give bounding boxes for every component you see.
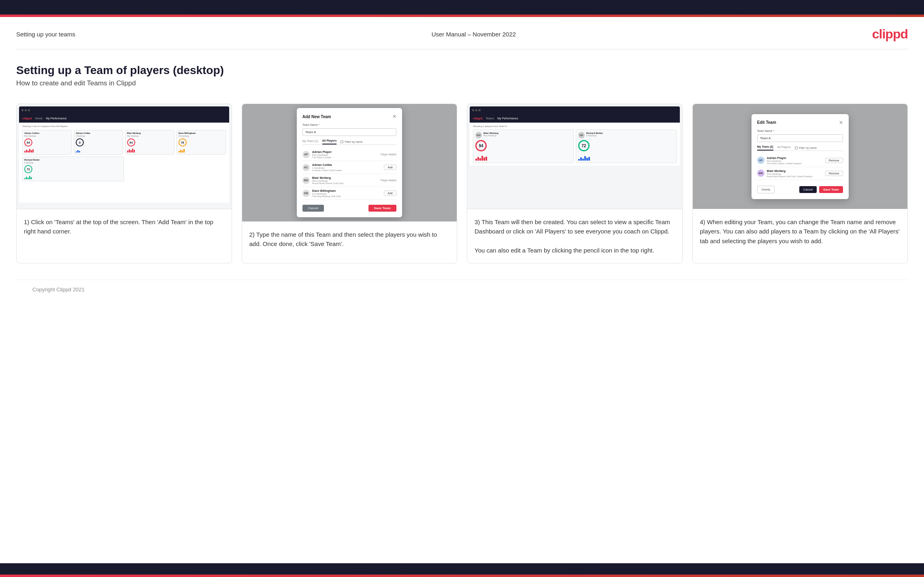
ss1-player-2: Adrian Coliba 1 Handicap 0 — [74, 130, 123, 155]
ss4-p2-remove-btn[interactable]: Remove — [825, 171, 843, 176]
ss4-team-name-input[interactable] — [757, 134, 843, 142]
ss4-p2-sub2: Royal North Devon Golf Club, United King… — [767, 175, 825, 178]
ss4-tab-myteam[interactable]: My Team (2) — [757, 145, 773, 151]
ss2-player-info-2: Adrian Coliba 1 Handicap Central London … — [312, 163, 384, 172]
ss4-p1-remove-btn[interactable]: Remove — [825, 158, 843, 163]
card-3-text: 3) This Team will then be created. You c… — [467, 209, 682, 263]
ss3-p2-sub: 3 Handicap — [586, 134, 674, 137]
ss2-tab-allplayers[interactable]: All Players — [322, 139, 337, 144]
card-1-screenshot: clippd Home My Performance Viewing 4 out… — [17, 104, 232, 209]
ss4-close-icon[interactable]: ✕ — [839, 120, 843, 125]
ss2-p2-add-btn[interactable]: Add — [384, 165, 396, 170]
ss4-footer-btns: Delete Cancel Save Team — [757, 186, 843, 193]
ss3-bar — [475, 159, 477, 161]
ss2-cancel-button[interactable]: Cancel — [302, 205, 324, 212]
ss1-bar — [29, 176, 30, 179]
ss3-bar — [485, 157, 487, 161]
ss4-tab-allplayers[interactable]: All Players — [777, 146, 791, 150]
ss1-bar — [183, 149, 185, 153]
ss1-nav-home: Home — [35, 117, 43, 120]
ss1-bar — [32, 149, 34, 153]
ss2-filter-checkbox[interactable] — [341, 140, 343, 143]
ss1-p3-score: 94 — [127, 138, 135, 146]
ss3-bar — [483, 157, 485, 161]
ss4-delete-button[interactable]: Delete — [757, 186, 775, 193]
ss3-bar — [588, 157, 590, 161]
ss3-p1-top: BM Blair McHarg Plus Handicap — [475, 132, 571, 138]
ss2-p1-name: Adrian Player — [312, 150, 381, 154]
ss3-p1-info: Blair McHarg Plus Handicap — [483, 132, 571, 137]
ss3-dot-3 — [479, 109, 481, 111]
ss2-player-info-3: Blair McHarg Plus Handicap Royal North D… — [312, 176, 381, 185]
ss1-bar — [77, 150, 79, 153]
ss3-browser — [470, 106, 680, 114]
ss2-player-info-4: Dave Billingham 5.6 Handicap The Dog May… — [312, 189, 384, 197]
ss1-nav-logo: clippd — [22, 117, 32, 120]
ss1-bar — [76, 151, 77, 153]
ss4-tabs: My Team (2) All Players Filter by name — [757, 145, 843, 151]
ss1-bar — [24, 178, 26, 179]
ss2-team-name-input[interactable] — [302, 128, 396, 136]
ss2-modal: Add New Team ✕ Team Name * My Team (2) A… — [297, 108, 402, 217]
ss1-bar — [182, 151, 183, 153]
ss1-filter: Viewing 4 out of 4 players from All Play… — [22, 125, 226, 127]
ss1-player-1: Adrian Collins Plus Handicap 84 — [22, 130, 72, 155]
ss2-team-name-label: Team Name * — [302, 123, 396, 126]
ss2-p3-status: Player Added — [381, 179, 396, 182]
ss1-players-grid: Adrian Collins Plus Handicap 84 — [22, 130, 226, 155]
ss1-bar — [129, 149, 130, 153]
ss4-p1-sub2: The Shire London, United Kingdom — [767, 162, 825, 165]
ss1-bar — [134, 150, 135, 153]
ss1-bar — [179, 151, 180, 153]
ss3-bar — [582, 159, 584, 161]
ss3-nav-myperformance: My Performance — [497, 117, 518, 120]
ss3-bar — [481, 156, 483, 161]
header-center-text: User Manual – November 2022 — [432, 31, 516, 38]
ss2-p4-add-btn[interactable]: Add — [384, 191, 396, 196]
card-1-text: 1) Click on 'Teams' at the top of the sc… — [17, 209, 232, 263]
ss4-filter-check: Filter by name — [795, 146, 817, 149]
ss2-avatar-4: DB — [302, 190, 310, 197]
ss3-p1-avatar: BM — [475, 132, 482, 138]
ss2-p4-sub2: The Dog Maying Golf Club — [312, 195, 384, 197]
footer: Copyright Clippd 2021 — [16, 280, 908, 299]
ss3-bar — [584, 156, 586, 161]
ss4-cancel-button[interactable]: Cancel — [799, 186, 817, 193]
ss1-p2-bars — [76, 148, 121, 153]
ss2-player-item-4: DB Dave Billingham 5.6 Handicap The Dog … — [302, 187, 396, 200]
ss1-p5-score: 72 — [24, 165, 32, 173]
ss2-tab-myteam[interactable]: My Team (2) — [302, 140, 318, 144]
ss2-p2-name: Adrian Coliba — [312, 163, 384, 167]
card-1: clippd Home My Performance Viewing 4 out… — [16, 104, 232, 263]
ss1-p3-sub: Plus Handicap — [127, 135, 172, 137]
ss3-players-grid: BM Blair McHarg Plus Handicap 94 — [473, 129, 677, 163]
ss4-player-item-2: BM Blair McHarg Plus Handicap Royal Nort… — [757, 167, 843, 180]
ss4-player-info-1: Adrian Player Plus Handicap The Shire Lo… — [767, 156, 825, 165]
ss2-player-info-1: Adrian Player Plus Handicap The Shire Lo… — [312, 150, 381, 159]
ss3-bar — [578, 159, 580, 161]
ss2-close-icon[interactable]: ✕ — [392, 114, 396, 119]
ss2-player-item-3: BM Blair McHarg Plus Handicap Royal Nort… — [302, 174, 396, 187]
ss1-p3-name: Blair McHarg — [127, 132, 172, 134]
ss1-bar — [28, 151, 29, 153]
ss4-modal-bg: Edit Team ✕ Team Name * My Team (2) All … — [693, 104, 908, 209]
ss3-container: clippd Teams My Performance Showing 2 pl… — [467, 104, 682, 209]
ss2-p3-name: Blair McHarg — [312, 176, 381, 180]
ss4-save-button[interactable]: Save Team — [819, 186, 843, 193]
top-bar — [0, 0, 924, 15]
ss1-bar — [130, 150, 132, 153]
ss1-bar — [127, 151, 128, 153]
ss1-p3-bars — [127, 148, 172, 153]
ss3-dot-2 — [475, 109, 477, 111]
ss4-filter-checkbox[interactable] — [795, 146, 798, 149]
ss1-p4-bars — [179, 148, 224, 153]
ss1-bar — [79, 151, 80, 153]
ss2-avatar-3: BM — [302, 177, 310, 184]
ss1-player-4: Dave Billingham 5.6 Handicap 78 — [177, 130, 226, 155]
card-2-text: 2) Type the name of this Team and then s… — [242, 222, 457, 263]
ss4-filter-label: Filter by name — [799, 146, 817, 149]
ss2-modal-title: Add New Team — [302, 115, 331, 119]
ss1-dot-1 — [21, 109, 23, 111]
ss2-player-item-1: AP Adrian Player Plus Handicap The Shire… — [302, 148, 396, 161]
ss2-save-button[interactable]: Save Team — [368, 205, 396, 212]
